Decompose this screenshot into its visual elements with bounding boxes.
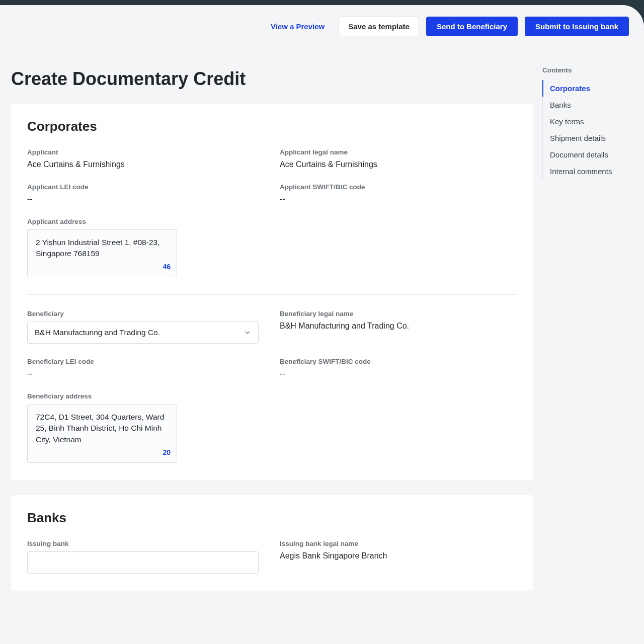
section-corporates: Corporates Applicant Ace Curtains & Furn… — [11, 104, 533, 480]
value-applicant-lei: -- — [27, 195, 265, 204]
divider — [27, 294, 517, 295]
app-window: View a Preview Save as template Send to … — [0, 5, 644, 644]
applicant-address-textarea[interactable]: 2 Yishun Industrial Street 1, #08-23, Si… — [27, 229, 177, 277]
send-to-beneficiary-button[interactable]: Send to Beneficiary — [426, 17, 518, 36]
field-applicant-lei: Applicant LEI code -- — [27, 183, 265, 204]
label-beneficiary-lei: Beneficiary LEI code — [27, 358, 265, 365]
value-beneficiary-legal-name: B&H Manufacturing and Trading Co. — [280, 321, 517, 331]
field-beneficiary-lei: Beneficiary LEI code -- — [27, 358, 265, 378]
contents-nav: Contents Corporates Banks Key terms Ship… — [542, 63, 629, 180]
field-beneficiary-swift: Beneficiary SWIFT/BIC code -- — [280, 358, 517, 378]
contents-list: Corporates Banks Key terms Shipment deta… — [542, 80, 629, 180]
field-beneficiary: Beneficiary B&H Manufacturing and Tradin… — [27, 310, 265, 344]
view-preview-link[interactable]: View a Preview — [264, 17, 332, 36]
label-beneficiary-address: Beneficiary address — [27, 392, 517, 400]
field-issuing-bank-legal-name: Issuing bank legal name Aegis Bank Singa… — [280, 540, 517, 574]
field-issuing-bank: Issuing bank — [27, 540, 265, 574]
beneficiary-address-count: 20 — [163, 447, 171, 457]
issuing-bank-select[interactable] — [27, 551, 259, 574]
label-issuing-bank-legal-name: Issuing bank legal name — [280, 540, 517, 547]
label-beneficiary-swift: Beneficiary SWIFT/BIC code — [280, 358, 517, 365]
field-applicant: Applicant Ace Curtains & Furnishings — [27, 148, 265, 169]
label-beneficiary: Beneficiary — [27, 310, 265, 317]
section-title-banks: Banks — [27, 510, 517, 526]
contents-item-corporates[interactable]: Corporates — [542, 80, 629, 97]
field-applicant-swift: Applicant SWIFT/BIC code -- — [280, 183, 517, 204]
contents-item-key-terms[interactable]: Key terms — [543, 113, 629, 130]
field-applicant-legal-name: Applicant legal name Ace Curtains & Furn… — [280, 148, 517, 169]
page-title: Create Documentary Credit — [11, 68, 533, 90]
submit-to-issuing-bank-button[interactable]: Submit to Issuing bank — [525, 17, 629, 36]
contents-item-shipment-details[interactable]: Shipment details — [543, 130, 629, 146]
value-beneficiary-lei: -- — [27, 369, 265, 378]
field-beneficiary-address: Beneficiary address 72C4, D1 Street, 304… — [27, 392, 517, 463]
save-as-template-button[interactable]: Save as template — [339, 17, 419, 36]
label-applicant-lei: Applicant LEI code — [27, 183, 265, 191]
label-issuing-bank: Issuing bank — [27, 540, 265, 547]
label-applicant-address: Applicant address — [27, 218, 517, 225]
contents-item-banks[interactable]: Banks — [543, 97, 629, 113]
value-applicant-legal-name: Ace Curtains & Furnishings — [280, 160, 517, 169]
value-issuing-bank-legal-name: Aegis Bank Singapore Branch — [280, 551, 517, 560]
section-title-corporates: Corporates — [27, 119, 517, 134]
label-applicant-swift: Applicant SWIFT/BIC code — [280, 183, 517, 191]
applicant-address-count: 46 — [163, 262, 171, 272]
value-beneficiary-swift: -- — [280, 369, 517, 378]
label-applicant-legal-name: Applicant legal name — [280, 148, 517, 156]
beneficiary-select[interactable]: B&H Manufacturing and Trading Co. — [27, 321, 259, 344]
contents-item-internal-comments[interactable]: Internal comments — [543, 163, 629, 180]
label-applicant: Applicant — [27, 148, 265, 156]
topbar: View a Preview Save as template Send to … — [0, 5, 644, 48]
contents-heading: Contents — [542, 66, 629, 74]
beneficiary-address-text: 72C4, D1 Street, 304 Quarters, Ward 25, … — [36, 413, 164, 444]
beneficiary-select-value: B&H Manufacturing and Trading Co. — [35, 328, 160, 337]
label-beneficiary-legal-name: Beneficiary legal name — [280, 310, 517, 317]
contents-item-document-details[interactable]: Document details — [543, 146, 629, 163]
beneficiary-address-textarea[interactable]: 72C4, D1 Street, 304 Quarters, Ward 25, … — [27, 404, 177, 463]
value-applicant: Ace Curtains & Furnishings — [27, 160, 265, 169]
applicant-address-text: 2 Yishun Industrial Street 1, #08-23, Si… — [36, 238, 159, 258]
section-banks: Banks Issuing bank Issuing bank legal na… — [11, 495, 533, 591]
field-applicant-address: Applicant address 2 Yishun Industrial St… — [27, 218, 517, 277]
field-beneficiary-legal-name: Beneficiary legal name B&H Manufacturing… — [280, 310, 517, 344]
chevron-down-icon — [244, 329, 251, 336]
value-applicant-swift: -- — [280, 195, 517, 204]
